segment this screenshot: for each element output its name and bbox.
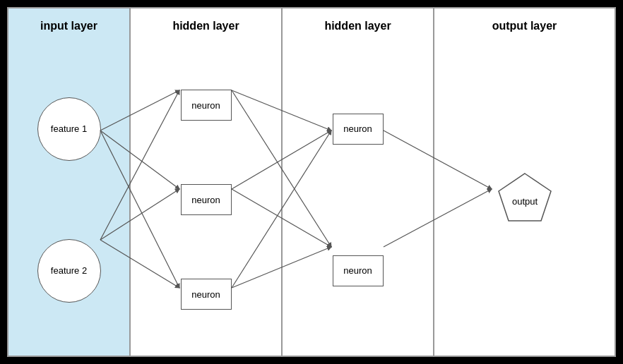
neural-network-diagram: input layer feature 1 feature 2 hidden l… xyxy=(7,7,616,357)
output-label: output xyxy=(511,196,538,207)
hidden-layer-2: hidden layer neuron neuron xyxy=(283,7,434,357)
hidden-layer-1: hidden layer neuron neuron neuron xyxy=(131,7,283,357)
h1-neuron-2: neuron xyxy=(181,184,232,215)
h1-neuron-3-label: neuron xyxy=(191,289,220,300)
hidden-1-nodes: neuron neuron neuron xyxy=(131,44,281,356)
input-layer-title: input layer xyxy=(36,14,102,37)
h2-neuron-2: neuron xyxy=(333,255,384,286)
input-nodes: feature 1 feature 2 xyxy=(8,44,129,356)
hidden-layer-1-title: hidden layer xyxy=(168,14,243,37)
hidden-layer-2-title: hidden layer xyxy=(320,14,395,37)
output-layer-title: output layer xyxy=(488,14,562,37)
hidden-2-nodes: neuron neuron xyxy=(283,44,433,356)
h2-neuron-1-label: neuron xyxy=(343,123,372,134)
feature-2-label: feature 2 xyxy=(51,265,87,276)
h1-neuron-1: neuron xyxy=(181,90,232,121)
output-layer: output layer output xyxy=(434,7,616,357)
h2-neuron-2-label: neuron xyxy=(343,265,372,276)
feature-1-node: feature 1 xyxy=(37,97,101,161)
h1-neuron-2-label: neuron xyxy=(191,195,220,205)
h2-neuron-1: neuron xyxy=(333,114,384,145)
feature-1-label: feature 1 xyxy=(51,123,87,134)
h1-neuron-1-label: neuron xyxy=(191,100,220,111)
output-node: output xyxy=(493,168,557,231)
h1-neuron-3: neuron xyxy=(181,279,232,310)
input-layer: input layer feature 1 feature 2 xyxy=(7,7,131,357)
feature-2-node: feature 2 xyxy=(37,239,101,303)
output-nodes: output xyxy=(434,44,615,356)
output-pentagon: output xyxy=(493,168,557,231)
